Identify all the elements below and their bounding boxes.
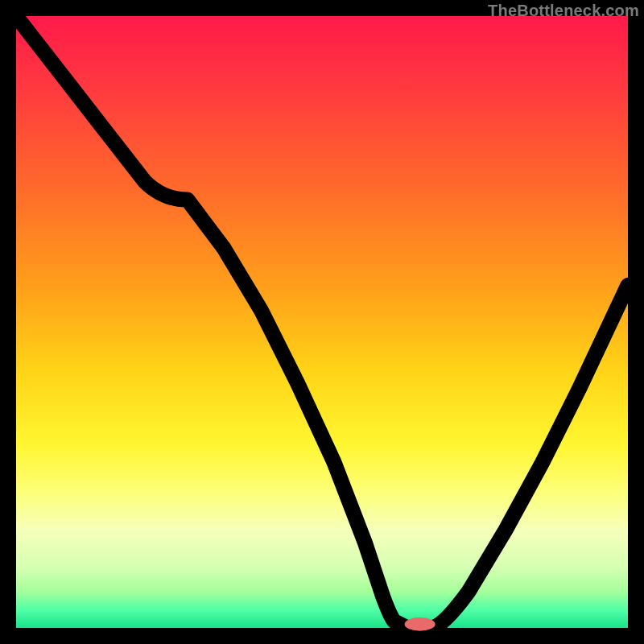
chart-frame: TheBottleneck.com — [0, 0, 644, 644]
watermark-text: TheBottleneck.com — [488, 2, 639, 20]
plot-svg — [16, 16, 628, 628]
optimal-point-marker — [405, 617, 436, 631]
bottleneck-curve — [16, 16, 628, 628]
plot-area — [16, 16, 628, 628]
